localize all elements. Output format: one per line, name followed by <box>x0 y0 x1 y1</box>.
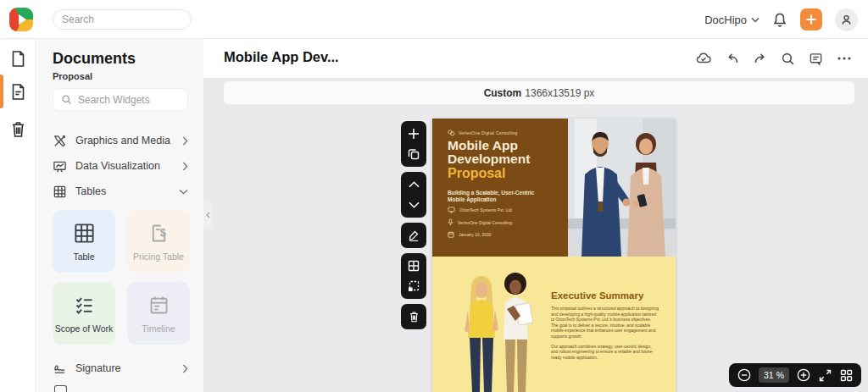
layout-group <box>401 253 426 299</box>
widget-timeline[interactable]: Timeline <box>127 282 190 345</box>
person-icon <box>840 14 853 26</box>
chevron-down-icon <box>751 17 760 23</box>
summary-text-block[interactable]: Executive Summary This proposal outlines… <box>551 290 659 364</box>
sidebar-item-partial[interactable] <box>54 385 67 392</box>
summary-photo-two-women[interactable] <box>449 272 534 392</box>
notifications-button[interactable] <box>772 12 787 28</box>
delete-group <box>401 304 426 329</box>
widget-label: Scope of Work <box>55 323 114 334</box>
cover-section[interactable]: VertexOne Digital Consulting Mobile App … <box>432 119 676 257</box>
global-search-input[interactable] <box>62 14 193 25</box>
widget-search-input[interactable] <box>78 94 180 106</box>
undo-icon <box>725 52 740 65</box>
widget-scope-of-work[interactable]: Scope of Work <box>53 282 115 345</box>
cover-title-accent: Proposal <box>448 166 530 181</box>
zoom-percentage[interactable]: 31 % <box>759 367 789 383</box>
cover-meta[interactable]: OrionTech Systems Pvt. Ltd VertexOne Dig… <box>448 207 512 238</box>
annotate-button[interactable] <box>404 227 423 244</box>
page-size-bar[interactable]: Custom 1366x13519 px <box>224 81 854 104</box>
document-lines-icon <box>10 83 26 101</box>
account-menu[interactable]: DocHipo <box>704 14 760 26</box>
svg-text:$: $ <box>159 227 165 239</box>
coins-icon <box>448 130 455 136</box>
fit-to-screen-button[interactable] <box>818 368 832 382</box>
duplicate-page-button[interactable] <box>404 146 423 163</box>
chevron-down-icon <box>409 202 420 208</box>
cloud-save-button[interactable] <box>693 48 715 69</box>
insert-table-button[interactable] <box>404 257 423 274</box>
redo-icon <box>753 52 768 65</box>
editor-canvas: Mobile App Dev... <box>203 39 868 392</box>
chevron-down-icon <box>179 189 188 195</box>
undo-button[interactable] <box>721 48 743 69</box>
add-page-button[interactable] <box>404 125 423 142</box>
create-document-button[interactable] <box>800 8 822 30</box>
blank-document-icon <box>10 50 26 68</box>
comments-button[interactable] <box>805 48 826 69</box>
dochipo-editor: DocHipo Documents Proposal <box>0 0 868 392</box>
category-label: Data Visualization <box>75 160 174 172</box>
more-options-button[interactable] <box>833 48 854 69</box>
user-avatar[interactable] <box>835 8 858 31</box>
trash-icon <box>10 120 26 138</box>
selection-square-icon <box>408 280 420 292</box>
document-title[interactable]: Mobile App Dev... <box>224 49 339 65</box>
plus-icon <box>805 14 817 25</box>
redo-button[interactable] <box>749 48 771 69</box>
chevron-up-icon <box>409 181 420 188</box>
sidebar-item-data-visualization[interactable]: Data Visualization <box>53 154 188 178</box>
meta-text: VertexOne Digital Consulting <box>458 220 512 225</box>
sidebar-item-tables[interactable]: Tables <box>53 179 188 203</box>
dochipo-logo[interactable] <box>9 8 33 31</box>
pages-overview-button[interactable] <box>839 368 853 382</box>
rail-trash-button[interactable] <box>0 113 36 145</box>
timeline-calendar-icon <box>147 294 170 317</box>
canvas-toolbar <box>693 39 854 78</box>
trash-icon <box>409 311 420 323</box>
presentation-chart-icon <box>53 159 67 174</box>
summary-section[interactable]: Executive Summary This proposal outlines… <box>432 257 676 392</box>
cover-brand-text: VertexOne Digital Consulting <box>459 130 518 135</box>
cover-title-line2: Development <box>448 152 530 166</box>
summary-paragraph-1: This proposal outlines a structured appr… <box>551 306 659 340</box>
rail-documents-button[interactable] <box>0 75 36 108</box>
account-label: DocHipo <box>704 14 747 26</box>
widget-pricing-table[interactable]: $ Pricing Table <box>127 210 190 273</box>
category-label: Graphics and Media <box>75 135 174 146</box>
calendar-icon <box>448 231 454 238</box>
sidebar-title: Documents <box>53 50 136 68</box>
widget-label: Timeline <box>142 323 175 334</box>
zoom-controls: 31 % <box>729 363 861 387</box>
search-icon <box>781 52 795 66</box>
pricing-table-icon: $ <box>147 222 170 245</box>
chevron-right-icon <box>182 162 188 171</box>
widget-table[interactable]: Table <box>53 210 115 273</box>
move-page-down-button[interactable] <box>404 196 423 213</box>
canvas-header: Mobile App Dev... <box>203 39 868 78</box>
mic-icon <box>448 218 453 226</box>
expand-icon <box>819 369 832 382</box>
delete-page-button[interactable] <box>404 308 423 325</box>
meta-client: OrionTech Systems Pvt. Ltd <box>448 207 512 213</box>
zoom-in-button[interactable] <box>797 368 810 382</box>
sidebar-subtitle: Proposal <box>53 71 92 81</box>
cloud-check-icon <box>696 52 713 65</box>
cover-photo-business-pair[interactable] <box>568 119 676 257</box>
move-page-group <box>401 172 426 218</box>
sidebar-item-graphics-and-media[interactable]: Graphics and Media <box>53 129 188 152</box>
canvas-search-button[interactable] <box>777 48 798 69</box>
monitor-icon <box>448 207 455 213</box>
cover-brand[interactable]: VertexOne Digital Consulting <box>448 130 518 136</box>
move-page-up-button[interactable] <box>404 176 423 193</box>
zoom-out-button[interactable] <box>737 368 751 382</box>
cover-subtitle[interactable]: Building a Scalable, User-Centric Mobile… <box>448 190 548 203</box>
document-page[interactable]: VertexOne Digital Consulting Mobile App … <box>432 119 676 392</box>
cover-title[interactable]: Mobile App Development Proposal <box>448 139 530 181</box>
rail-templates-button[interactable] <box>0 42 36 75</box>
position-button[interactable] <box>404 278 423 295</box>
table-icon <box>53 185 67 199</box>
chevron-right-icon <box>182 364 188 373</box>
sidebar-item-signature[interactable]: Signature <box>53 356 188 380</box>
sidebar-collapse-handle[interactable] <box>203 201 212 229</box>
widget-label: Table <box>73 251 94 262</box>
